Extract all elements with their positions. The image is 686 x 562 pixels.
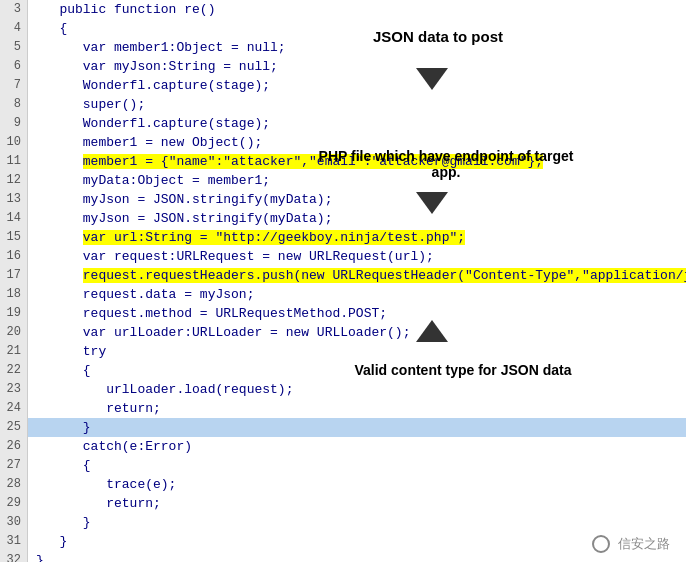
code-line: } bbox=[28, 513, 686, 532]
code-line: Wonderfl.capture(stage); bbox=[28, 76, 686, 95]
line-number: 13 bbox=[6, 190, 21, 209]
line-number: 17 bbox=[6, 266, 21, 285]
code-line: urlLoader.load(request); bbox=[28, 380, 686, 399]
code-line: } bbox=[28, 532, 686, 551]
code-line: try bbox=[28, 342, 686, 361]
line-numbers: 3456789101112131415161718192021222324252… bbox=[0, 0, 28, 562]
line-number: 24 bbox=[6, 399, 21, 418]
line-number: 23 bbox=[6, 380, 21, 399]
code-line: } bbox=[28, 551, 686, 562]
content-type-annotation: Valid content type for JSON data bbox=[328, 362, 598, 378]
line-number: 7 bbox=[6, 76, 21, 95]
php-annotation: PHP file which have endpoint of target a… bbox=[306, 148, 586, 180]
line-number: 21 bbox=[6, 342, 21, 361]
line-number: 27 bbox=[6, 456, 21, 475]
code-line: { bbox=[28, 456, 686, 475]
line-number: 15 bbox=[6, 228, 21, 247]
code-line: request.method = URLRequestMethod.POST; bbox=[28, 304, 686, 323]
code-line: return; bbox=[28, 494, 686, 513]
line-number: 14 bbox=[6, 209, 21, 228]
line-number: 20 bbox=[6, 323, 21, 342]
code-line: var url:String = "http://geekboy.ninja/t… bbox=[28, 228, 686, 247]
watermark-icon bbox=[592, 535, 610, 553]
php-arrow bbox=[416, 192, 448, 214]
line-number: 6 bbox=[6, 57, 21, 76]
line-number: 28 bbox=[6, 475, 21, 494]
line-number: 10 bbox=[6, 133, 21, 152]
json-arrow bbox=[416, 68, 448, 90]
content-type-arrow bbox=[416, 320, 448, 342]
code-line: Wonderfl.capture(stage); bbox=[28, 114, 686, 133]
line-number: 25 bbox=[6, 418, 21, 437]
code-line: var myJson:String = null; bbox=[28, 57, 686, 76]
line-number: 9 bbox=[6, 114, 21, 133]
json-annotation: JSON data to post bbox=[338, 28, 538, 45]
line-number: 12 bbox=[6, 171, 21, 190]
code-area: public function re() { var member1:Objec… bbox=[28, 0, 686, 562]
code-line: request.requestHeaders.push(new URLReque… bbox=[28, 266, 686, 285]
line-number: 3 bbox=[6, 0, 21, 19]
code-line: myJson = JSON.stringify(myData); bbox=[28, 190, 686, 209]
code-line: myJson = JSON.stringify(myData); bbox=[28, 209, 686, 228]
line-number: 32 bbox=[6, 551, 21, 562]
code-line: public function re() bbox=[28, 0, 686, 19]
line-number: 18 bbox=[6, 285, 21, 304]
line-number: 5 bbox=[6, 38, 21, 57]
code-line: return; bbox=[28, 399, 686, 418]
line-number: 16 bbox=[6, 247, 21, 266]
watermark: 信安之路 bbox=[592, 535, 670, 554]
line-number: 26 bbox=[6, 437, 21, 456]
code-line: request.data = myJson; bbox=[28, 285, 686, 304]
line-number: 19 bbox=[6, 304, 21, 323]
code-line: super(); bbox=[28, 95, 686, 114]
code-container: 3456789101112131415161718192021222324252… bbox=[0, 0, 686, 562]
code-line: var urlLoader:URLLoader = new URLLoader(… bbox=[28, 323, 686, 342]
line-number: 22 bbox=[6, 361, 21, 380]
line-number: 30 bbox=[6, 513, 21, 532]
code-line: var request:URLRequest = new URLRequest(… bbox=[28, 247, 686, 266]
line-number: 29 bbox=[6, 494, 21, 513]
line-number: 11 bbox=[6, 152, 21, 171]
code-line: catch(e:Error) bbox=[28, 437, 686, 456]
line-number: 8 bbox=[6, 95, 21, 114]
line-number: 4 bbox=[6, 19, 21, 38]
code-line: trace(e); bbox=[28, 475, 686, 494]
code-line: } bbox=[28, 418, 686, 437]
line-number: 31 bbox=[6, 532, 21, 551]
